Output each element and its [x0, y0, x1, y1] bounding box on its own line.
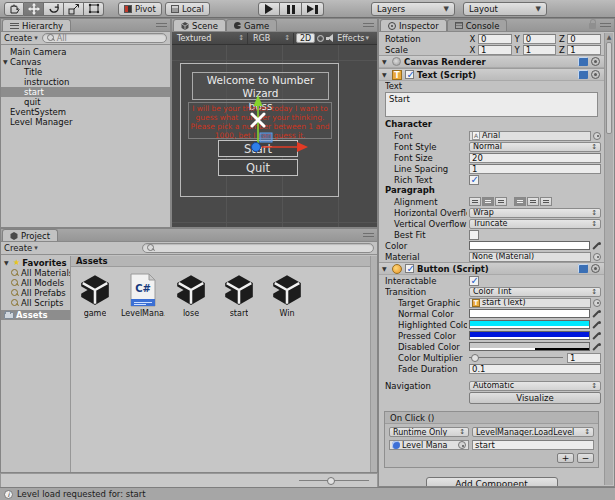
rotation-x-field[interactable]: 0: [478, 34, 512, 44]
align-left-button[interactable]: [469, 197, 481, 206]
line-spacing-field[interactable]: 1: [469, 164, 601, 174]
gizmo-x-arrowhead[interactable]: [297, 142, 308, 152]
hierarchy-item-level-manager[interactable]: Level Manager: [1, 117, 170, 127]
panel-menu-icon[interactable]: [363, 23, 374, 29]
eyedropper-icon[interactable]: [592, 241, 601, 250]
favorites-all-models[interactable]: All Models: [1, 278, 70, 288]
disabled-color-swatch[interactable]: [469, 342, 590, 351]
gizmo-y-arrowhead[interactable]: [254, 95, 263, 106]
status-bar[interactable]: i Level load requested for: start: [0, 487, 615, 500]
object-picker-icon[interactable]: [593, 132, 601, 140]
hand-tool-button[interactable]: [4, 2, 24, 16]
foldout-icon[interactable]: ▼: [382, 71, 387, 78]
lock-icon[interactable]: [589, 23, 596, 29]
foldout-icon[interactable]: ▼: [4, 258, 9, 268]
align-right-button[interactable]: [495, 197, 507, 206]
asset-levelmanager-script[interactable]: C# LevelMana...: [121, 273, 165, 318]
eyedropper-icon[interactable]: [592, 320, 601, 329]
pause-button[interactable]: [280, 2, 302, 16]
scrollbar-thumb[interactable]: [606, 42, 612, 134]
visualize-button[interactable]: Visualize: [469, 392, 601, 404]
effects-dropdown[interactable]: Effects ▾: [337, 34, 369, 43]
eyedropper-icon[interactable]: [592, 309, 601, 318]
scale-z-field[interactable]: 1: [567, 45, 601, 55]
move-tool-button[interactable]: [24, 2, 44, 16]
slider-thumb[interactable]: [471, 354, 479, 362]
help-book-icon[interactable]: [578, 70, 588, 79]
text-component-header[interactable]: ▼ T Text (Script): [379, 68, 604, 81]
hierarchy-item-start[interactable]: start: [1, 87, 170, 97]
hierarchy-item-canvas[interactable]: ▼Canvas: [1, 57, 170, 67]
font-size-field[interactable]: 20: [469, 153, 601, 163]
highlighted-color-swatch[interactable]: [469, 320, 590, 329]
move-gizmo[interactable]: [202, 90, 322, 170]
asset-lose[interactable]: lose: [169, 273, 213, 318]
argument-field[interactable]: start: [472, 440, 594, 450]
target-graphic-field[interactable]: Tstart (Text): [469, 298, 591, 308]
hierarchy-item-title[interactable]: Title: [1, 67, 170, 77]
favorites-all-prefabs[interactable]: All Prefabs: [1, 288, 70, 298]
help-book-icon[interactable]: [578, 264, 588, 273]
pressed-color-swatch[interactable]: [469, 331, 590, 340]
favorites-all-materials[interactable]: All Materials: [1, 268, 70, 278]
mode-2d-toggle[interactable]: 2D: [296, 33, 315, 43]
gear-icon[interactable]: [591, 264, 600, 273]
font-style-dropdown[interactable]: Normal↕: [469, 142, 601, 152]
project-search-input[interactable]: [142, 243, 374, 253]
material-object-field[interactable]: None (Material): [469, 252, 591, 262]
foldout-icon[interactable]: ▼: [382, 265, 387, 272]
vertical-overflow-dropdown[interactable]: Truncate↕: [469, 219, 601, 229]
align-center-button[interactable]: [482, 197, 494, 206]
scene-lighting-icon[interactable]: [317, 35, 324, 42]
favorites-all-scripts[interactable]: All Scripts: [1, 298, 70, 308]
eyedropper-icon[interactable]: [592, 331, 601, 340]
tab-game[interactable]: Game: [226, 19, 277, 31]
gizmo-center-handle[interactable]: [252, 143, 261, 152]
help-book-icon[interactable]: [578, 57, 588, 66]
eyedropper-icon[interactable]: [592, 342, 601, 351]
panel-menu-icon[interactable]: [363, 233, 374, 239]
tab-scene[interactable]: Scene: [173, 19, 226, 31]
slider-thumb[interactable]: [327, 477, 335, 485]
object-picker-icon[interactable]: [593, 299, 601, 307]
function-dropdown[interactable]: LevelManager.LoadLevel↕: [472, 427, 594, 437]
local-toggle-button[interactable]: Local: [165, 2, 210, 16]
asset-win[interactable]: Win: [265, 273, 309, 318]
canvas-renderer-header[interactable]: ▼ Canvas Renderer: [379, 55, 604, 68]
panel-menu-icon[interactable]: [600, 23, 611, 29]
hierarchy-item-main-camera[interactable]: Main Camera: [1, 47, 170, 57]
interactable-checkbox[interactable]: [469, 276, 479, 286]
asset-game[interactable]: game: [73, 273, 117, 318]
align-bottom-button[interactable]: [540, 197, 552, 206]
tab-inspector[interactable]: Inspector: [380, 19, 447, 31]
add-component-button[interactable]: Add Component: [426, 477, 558, 486]
shading-mode-dropdown[interactable]: Textured ↕: [174, 33, 248, 44]
text-color-swatch[interactable]: [469, 241, 590, 250]
gizmo-rect-handle[interactable]: [260, 133, 272, 142]
align-middle-button[interactable]: [527, 197, 539, 206]
button-enabled-checkbox[interactable]: [405, 264, 414, 273]
normal-color-swatch[interactable]: [469, 309, 590, 318]
assets-folder-item[interactable]: Assets: [1, 310, 70, 320]
hierarchy-item-eventsystem[interactable]: EventSystem: [1, 107, 170, 117]
layers-dropdown[interactable]: Layers ▼: [371, 2, 455, 16]
rotation-z-field[interactable]: 0: [567, 34, 601, 44]
layout-dropdown[interactable]: Layout ▼: [463, 2, 547, 16]
step-button[interactable]: [302, 2, 324, 16]
hierarchy-item-quit[interactable]: quit: [1, 97, 170, 107]
object-picker-icon[interactable]: [458, 441, 466, 449]
panel-menu-icon[interactable]: [156, 23, 167, 29]
asset-zoom-slider[interactable]: [299, 480, 369, 481]
project-vertical-scrollbar[interactable]: [370, 256, 377, 472]
rotate-tool-button[interactable]: [44, 2, 64, 16]
scene-viewport[interactable]: Welcome to Number Wizard boss I will be …: [172, 45, 377, 227]
scale-y-field[interactable]: 1: [523, 45, 557, 55]
asset-start[interactable]: start: [217, 273, 261, 318]
favorites-root[interactable]: ▼ ★ Favorites: [1, 258, 70, 268]
align-top-button[interactable]: [514, 197, 526, 206]
color-multiplier-field[interactable]: 1: [567, 353, 601, 363]
best-fit-checkbox[interactable]: [469, 230, 479, 240]
navigation-dropdown[interactable]: Automatic↕: [469, 381, 601, 391]
tab-hierarchy[interactable]: Hierarchy: [2, 19, 71, 31]
foldout-icon[interactable]: ▼: [382, 58, 387, 65]
